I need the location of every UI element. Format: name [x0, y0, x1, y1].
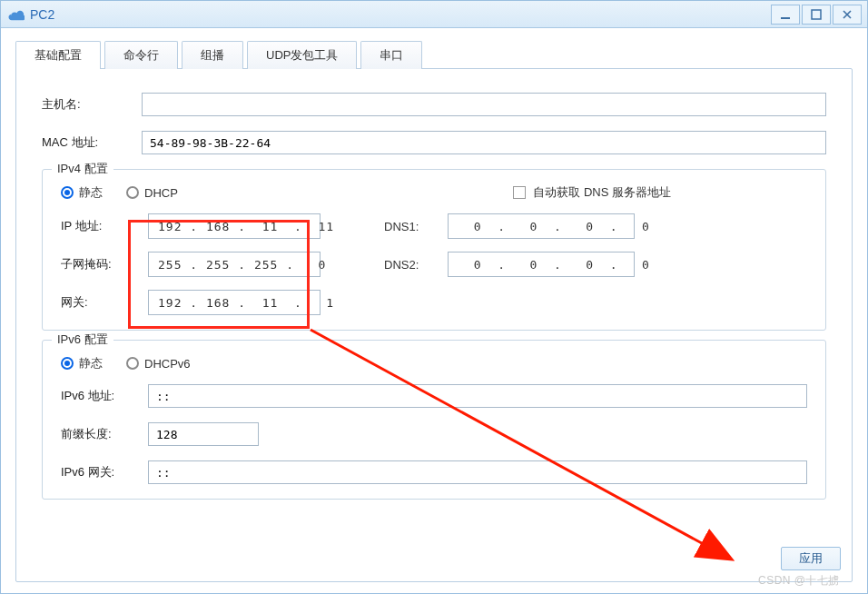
window-buttons: [769, 5, 862, 25]
mac-input[interactable]: [142, 131, 826, 154]
tab-udp[interactable]: UDP发包工具: [247, 41, 357, 69]
ipv6-gw-input[interactable]: [148, 460, 807, 484]
tab-basic[interactable]: 基础配置: [15, 41, 101, 69]
ipv6-addr-label: IPv6 地址:: [61, 388, 148, 404]
hostname-input[interactable]: [142, 93, 826, 116]
radio-dot-icon: [61, 186, 74, 199]
ip-label: IP 地址:: [61, 218, 148, 234]
ipv6-legend: IPv6 配置: [52, 332, 113, 348]
ipv6-static-radio[interactable]: 静态: [61, 355, 103, 371]
apply-button[interactable]: 应用: [781, 547, 841, 570]
dns1-label: DNS1:: [384, 220, 448, 233]
tab-multicast[interactable]: 组播: [182, 41, 243, 69]
ipv6-prefix-input[interactable]: [148, 422, 259, 446]
tab-serial[interactable]: 串口: [360, 41, 422, 69]
radio-dot-icon: [61, 357, 74, 370]
ipv6-static-label: 静态: [79, 355, 103, 371]
ipv4-static-radio[interactable]: 静态: [61, 184, 103, 201]
mask-label: 子网掩码:: [61, 256, 148, 272]
mac-label: MAC 地址:: [42, 134, 142, 151]
svg-rect-0: [781, 17, 790, 19]
radio-dot-icon: [126, 357, 139, 370]
ip-input[interactable]: 192 . 168 . 11 . 11: [148, 213, 321, 239]
titlebar: PC2: [1, 1, 867, 28]
ipv4-static-label: 静态: [79, 184, 103, 201]
ipv6-dhcpv6-radio[interactable]: DHCPv6: [126, 357, 191, 371]
ipv4-dhcp-radio[interactable]: DHCP: [126, 186, 178, 200]
dns2-label: DNS2:: [384, 258, 448, 272]
ipv4-legend: IPv4 配置: [52, 161, 113, 177]
ipv4-dhcp-label: DHCP: [144, 186, 178, 200]
tab-cli[interactable]: 命令行: [104, 41, 178, 69]
radio-dot-icon: [126, 186, 139, 199]
auto-dns-checkbox[interactable]: 自动获取 DNS 服务器地址: [513, 184, 671, 201]
window: PC2 基础配置 命令行 组播 UDP发包工具 串口 主机名: MAC 地址:: [0, 0, 868, 594]
mask-input[interactable]: 255 . 255 . 255 . 0: [148, 252, 321, 277]
ipv6-fieldset: IPv6 配置 静态 DHCPv6 IPv6 地址: 前缀长度: IPv6 网关…: [42, 340, 826, 500]
checkbox-box-icon: [513, 186, 526, 199]
hostname-label: 主机名:: [42, 96, 142, 113]
close-button[interactable]: [833, 5, 862, 25]
gw-label: 网关:: [61, 294, 148, 311]
dns2-input[interactable]: 0 . 0 . 0 . 0: [448, 252, 635, 277]
ipv6-prefix-label: 前缀长度:: [61, 426, 148, 442]
ipv6-addr-input[interactable]: [148, 384, 807, 408]
ipv6-gw-label: IPv6 网关:: [61, 464, 148, 480]
maximize-button[interactable]: [802, 5, 831, 25]
ipv4-fieldset: IPv4 配置 静态 DHCP 自动获取 DNS 服务器地址: [42, 169, 826, 331]
panel-basic: 主机名: MAC 地址: IPv4 配置 静态 DHCP: [15, 68, 853, 582]
app-icon: [6, 5, 25, 24]
svg-rect-1: [812, 10, 821, 19]
minimize-button[interactable]: [771, 5, 800, 25]
window-title: PC2: [30, 7, 769, 22]
tab-bar: 基础配置 命令行 组播 UDP发包工具 串口: [15, 41, 853, 69]
dns1-input[interactable]: 0 . 0 . 0 . 0: [448, 213, 635, 239]
gw-input[interactable]: 192 . 168 . 11 . 1: [148, 290, 321, 315]
ipv6-dhcpv6-label: DHCPv6: [144, 357, 191, 371]
content: 基础配置 命令行 组播 UDP发包工具 串口 主机名: MAC 地址: IPv4…: [15, 41, 853, 579]
auto-dns-label: 自动获取 DNS 服务器地址: [533, 184, 671, 201]
